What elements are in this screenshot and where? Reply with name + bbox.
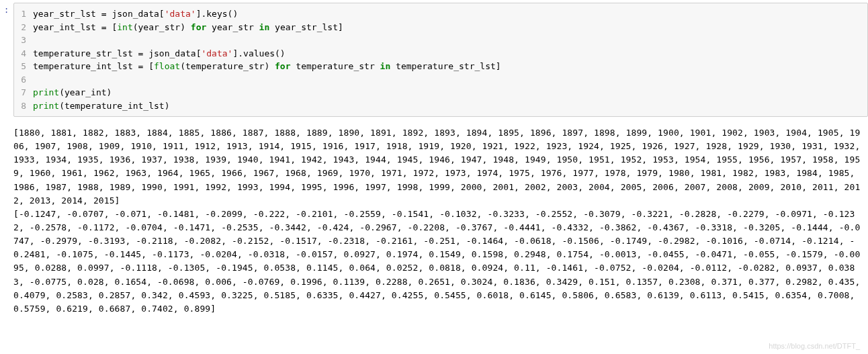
cell-prompt: : (4, 4, 9, 16)
code-content[interactable]: year_str_lst = json_data['data'].keys()y… (33, 7, 501, 112)
output-area: [1880, 1881, 1882, 1883, 1884, 1885, 188… (0, 126, 868, 321)
input-cell: : 12345678 year_str_lst = json_data['dat… (0, 0, 868, 126)
line-numbers: 12345678 (21, 7, 33, 112)
code-editor[interactable]: 12345678 year_str_lst = json_data['data'… (13, 3, 868, 117)
